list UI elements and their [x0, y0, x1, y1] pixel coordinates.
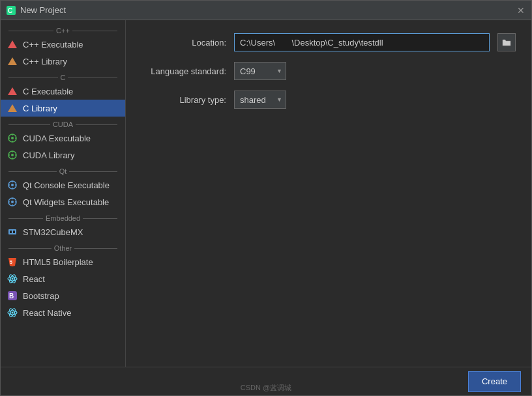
cuda-lib-icon	[7, 150, 18, 160]
qt-widgets-icon	[7, 197, 18, 207]
sidebar-item-cuda-executable[interactable]: CUDA Executable	[1, 130, 125, 147]
bootstrap-icon: B	[7, 290, 18, 301]
location-label: Location:	[141, 38, 226, 48]
dialog-title: New Project	[20, 5, 66, 15]
react-label: React	[23, 274, 45, 284]
sidebar-item-bootstrap[interactable]: B Bootstrap	[1, 287, 125, 304]
svg-marker-3	[8, 57, 17, 65]
svg-point-38	[12, 278, 14, 280]
svg-point-44	[12, 312, 14, 314]
svg-point-13	[11, 154, 14, 156]
svg-point-7	[11, 137, 14, 139]
sidebar-item-react[interactable]: React	[1, 270, 125, 287]
location-input[interactable]	[234, 33, 490, 51]
section-cuda: CUDA	[1, 117, 125, 130]
section-embedded: Embedded	[1, 210, 125, 223]
sidebar-item-qt-console[interactable]: Qt Console Executable	[1, 177, 125, 193]
stm32-label: STM32CubeMX	[23, 227, 83, 237]
title-bar: C New Project ✕	[1, 1, 531, 20]
svg-marker-2	[8, 40, 17, 48]
svg-marker-5	[8, 104, 17, 112]
section-qt: Qt	[1, 163, 125, 177]
location-row: Location:	[141, 33, 516, 51]
language-select[interactable]: C89 C99 C11 C17	[234, 62, 286, 80]
language-row: Language standard: C89 C99 C11 C17	[141, 62, 516, 80]
sidebar-item-cpp-executable[interactable]: C++ Executable	[1, 36, 125, 53]
cuda-library-label: CUDA Library	[23, 150, 74, 160]
bootstrap-label: Bootstrap	[23, 291, 59, 301]
svg-rect-31	[10, 231, 12, 233]
cuda-executable-label: CUDA Executable	[23, 134, 91, 143]
sidebar-item-cuda-library[interactable]: CUDA Library	[1, 147, 125, 163]
sidebar-item-stm32[interactable]: STM32CubeMX	[1, 223, 125, 240]
language-label: Language standard:	[141, 66, 226, 76]
watermark: CSDN @蓝调城	[241, 383, 291, 393]
sidebar-item-qt-widgets[interactable]: Qt Widgets Executable	[1, 193, 125, 210]
create-button[interactable]: Create	[468, 371, 521, 392]
stm32-icon	[7, 227, 18, 237]
library-type-select[interactable]: shared static	[234, 91, 286, 109]
svg-text:B: B	[9, 292, 14, 300]
section-c: C	[1, 70, 125, 83]
c-triangle-red-icon	[7, 86, 18, 96]
svg-point-25	[11, 201, 14, 203]
react-icon	[7, 274, 18, 284]
svg-rect-30	[8, 229, 16, 234]
library-select-wrapper: shared static	[234, 91, 286, 109]
html5-icon: 5	[7, 257, 18, 267]
title-bar-left: C New Project	[6, 5, 66, 16]
svg-marker-4	[8, 87, 17, 95]
qt-widgets-label: Qt Widgets Executable	[23, 197, 109, 207]
section-other: Other	[1, 240, 125, 253]
qt-console-icon	[7, 180, 18, 190]
svg-text:5: 5	[10, 260, 12, 264]
left-panel: C++ C++ Executable C++ Library C C Execu	[1, 20, 126, 367]
section-cpp: C++	[1, 23, 125, 36]
dialog-body: C++ C++ Executable C++ Library C C Execu	[1, 20, 531, 367]
right-panel: Location: Language standard: C89 C99 C11	[126, 20, 531, 367]
react-native-label: React Native	[23, 308, 71, 318]
c-triangle-orange-icon	[7, 103, 18, 113]
library-type-row: Library type: shared static	[141, 91, 516, 109]
qt-console-label: Qt Console Executable	[23, 180, 110, 190]
close-button[interactable]: ✕	[516, 5, 526, 16]
cuda-exec-icon	[7, 133, 18, 143]
sidebar-item-c-library[interactable]: C Library	[1, 100, 125, 117]
sidebar-item-react-native[interactable]: React Native	[1, 304, 125, 321]
c-library-label: C Library	[23, 104, 57, 113]
library-type-label: Library type:	[141, 95, 226, 105]
sidebar-item-cpp-library[interactable]: C++ Library	[1, 53, 125, 70]
triangle-orange-icon	[7, 56, 18, 66]
app-icon: C	[6, 5, 16, 16]
language-select-wrapper: C89 C99 C11 C17	[234, 62, 286, 80]
browse-folder-button[interactable]	[497, 33, 516, 51]
triangle-icon	[7, 39, 18, 50]
svg-text:C: C	[8, 7, 12, 14]
sidebar-item-c-executable[interactable]: C Executable	[1, 83, 125, 100]
sidebar-item-html5[interactable]: 5 HTML5 Boilerplate	[1, 253, 125, 270]
folder-icon	[502, 38, 511, 47]
new-project-dialog: C New Project ✕ C++ C++ Executable C++ L…	[0, 0, 532, 396]
cpp-library-label: C++ Library	[23, 57, 67, 66]
cpp-executable-label: C++ Executable	[23, 40, 83, 50]
svg-rect-32	[13, 231, 15, 233]
svg-point-19	[11, 184, 14, 186]
react-native-icon	[7, 307, 18, 318]
c-executable-label: C Executable	[23, 87, 73, 96]
html5-label: HTML5 Boilerplate	[23, 257, 93, 267]
